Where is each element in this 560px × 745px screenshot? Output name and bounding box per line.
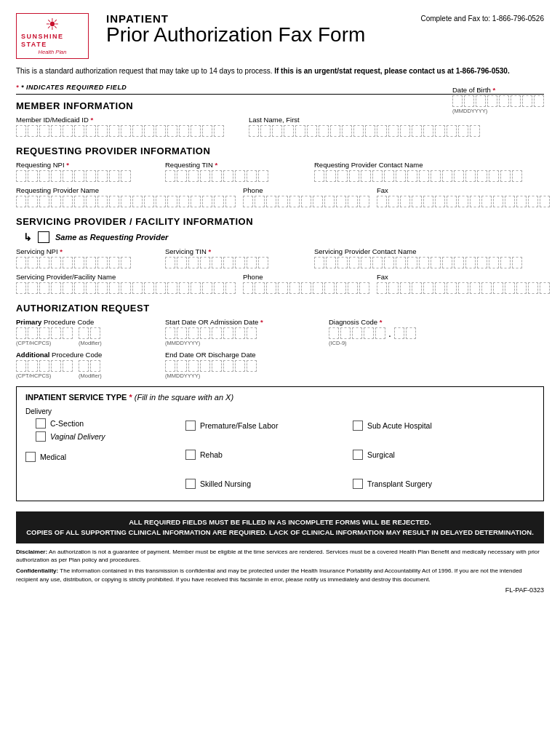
sub-acute-item: Sub Acute Hospital xyxy=(353,421,535,431)
primary-procedure-field: Primary Procedure Code (CPT/HCPCS) xyxy=(16,318,158,346)
req-phone-input[interactable] xyxy=(243,196,369,207)
csection-label: C-Section xyxy=(50,419,84,428)
end-date-field: End Date OR Discharge Date (MMDDYYYY) xyxy=(165,351,321,379)
req-npi-input[interactable] xyxy=(16,170,158,182)
diagnosis-decimal-input[interactable] xyxy=(394,327,416,339)
serv-phone-input[interactable] xyxy=(243,282,369,294)
transplant-checkbox[interactable] xyxy=(353,479,363,489)
additional-modifier-sublabel: (Modifier) xyxy=(79,372,102,379)
additional-modifier-input[interactable] xyxy=(79,360,102,372)
serv-npi-field: Servicing NPI * xyxy=(16,247,158,268)
csection-checkbox[interactable] xyxy=(36,418,46,429)
serv-phone-label: Phone xyxy=(243,273,369,281)
req-phone-label: Phone xyxy=(243,186,369,194)
start-date-input[interactable] xyxy=(165,327,321,339)
member-id-field: Member ID/Medicaid ID * xyxy=(16,116,241,137)
serv-tin-label: Servicing TIN * xyxy=(165,247,307,255)
form-title: Prior Authorization Fax Form xyxy=(106,24,413,47)
end-date-label: End Date OR Discharge Date xyxy=(165,351,321,359)
footer-line2: COPIES OF ALL SUPPORTING CLINICAL INFORM… xyxy=(25,527,535,538)
dob-cell-2[interactable] xyxy=(464,95,474,107)
fax-info-area: Complete and Fax to: 1-866-796-0526 xyxy=(420,13,544,23)
skilled-nursing-checkbox[interactable] xyxy=(185,479,196,489)
dob-cell-5[interactable] xyxy=(499,95,509,107)
serv-fax-field: Fax xyxy=(377,273,550,294)
same-as-checkbox[interactable] xyxy=(38,231,49,243)
logo-subtext: Health Plan xyxy=(39,49,67,55)
serv-npi-label: Servicing NPI * xyxy=(16,247,158,255)
surgical-checkbox[interactable] xyxy=(353,450,363,460)
serv-name-field: Servicing Provider/Facility Name xyxy=(16,273,236,294)
logo-brand: SUNSHINE STATE xyxy=(21,33,84,49)
start-date-sublabel: (MMDDYYYY) xyxy=(165,340,321,346)
member-id-input[interactable] xyxy=(16,125,241,137)
premature-checkbox[interactable] xyxy=(185,421,196,431)
dob-cell-8[interactable] xyxy=(534,95,544,107)
primary-procedure-label: Primary Procedure Code xyxy=(16,318,158,326)
info-bold: If this is an urgent/stat request, pleas… xyxy=(274,67,509,75)
req-tin-input[interactable] xyxy=(165,170,307,182)
servicing-row-2: Servicing Provider/Facility Name Phone xyxy=(16,273,544,294)
end-date-input[interactable] xyxy=(165,360,321,372)
fax-info: Complete and Fax to: 1-866-796-0526 xyxy=(420,15,544,23)
diagnosis-input[interactable] xyxy=(329,327,385,339)
logo-sun-icon: ☀ xyxy=(45,17,60,33)
dob-cell-1[interactable] xyxy=(452,95,463,107)
req-contact-label: Requesting Provider Contact Name xyxy=(314,161,544,169)
req-contact-input[interactable] xyxy=(314,170,544,182)
csection-item: C-Section xyxy=(36,418,185,429)
form-id: FL-PAF-0323 xyxy=(16,586,544,594)
req-tin-field: Requesting TIN * xyxy=(165,161,307,182)
surgical-item: Surgical xyxy=(353,450,535,460)
additional-cpt-input[interactable] xyxy=(16,360,73,372)
dob-cell-3[interactable] xyxy=(476,95,486,107)
serv-tin-input[interactable] xyxy=(165,257,307,268)
req-npi-field: Requesting NPI * xyxy=(16,161,158,182)
servicing-row-1: Servicing NPI * Servicing TIN * xyxy=(16,247,544,268)
dob-cell-4[interactable] xyxy=(487,95,497,107)
end-date-sublabel: (MMDDYYYY) xyxy=(165,372,321,379)
additional-procedure-label: Additional Procedure Code xyxy=(16,351,158,359)
req-name-label: Requesting Provider Name xyxy=(16,186,236,194)
dob-sublabel: (MMDDYYYY) xyxy=(452,108,544,114)
serv-contact-input[interactable] xyxy=(314,257,544,268)
premature-label: Premature/False Labor xyxy=(200,421,278,430)
required-star: * xyxy=(16,84,19,91)
transplant-label: Transplant Surgery xyxy=(367,479,432,488)
diagnosis-dot: . xyxy=(388,327,391,339)
serv-npi-input[interactable] xyxy=(16,257,158,268)
required-label: * * INDICATES REQUIRED FIELD xyxy=(16,84,127,91)
rehab-item: Rehab xyxy=(185,450,353,460)
dob-cell-6[interactable] xyxy=(511,95,521,107)
vaginal-checkbox[interactable] xyxy=(36,431,46,442)
confidentiality-text: The information contained in this transm… xyxy=(16,567,522,582)
member-row-1: Member ID/Medicaid ID * Last Name, First xyxy=(16,116,544,137)
dob-label: Date of Birth * xyxy=(452,86,544,94)
req-name-input[interactable] xyxy=(16,196,236,207)
sub-acute-label: Sub Acute Hospital xyxy=(367,421,432,430)
dob-cell-7[interactable] xyxy=(522,95,532,107)
skilled-nursing-item: Skilled Nursing xyxy=(185,479,353,489)
rehab-checkbox[interactable] xyxy=(185,450,196,460)
footer-line1: ALL REQUIRED FIELDS MUST BE FILLED IN AS… xyxy=(25,517,535,527)
last-name-input[interactable] xyxy=(249,125,544,137)
footer-confidentiality: Confidentiality: The information contain… xyxy=(16,567,544,583)
primary-modifier-input[interactable] xyxy=(79,327,102,339)
footer-disclaimer: Disclaimer: An authorization is not a gu… xyxy=(16,548,544,564)
vaginal-label: Vaginal Delivery xyxy=(50,432,105,441)
sub-acute-checkbox[interactable] xyxy=(353,421,363,431)
serv-name-input[interactable] xyxy=(16,282,236,294)
additional-procedure-field: Additional Procedure Code (CPT/HCPCS) xyxy=(16,351,158,379)
req-fax-input[interactable] xyxy=(377,196,550,207)
same-as-arrow-icon: ↳ xyxy=(23,231,32,243)
primary-cpt-input[interactable] xyxy=(16,327,73,339)
logo: ☀ SUNSHINE STATE Health Plan xyxy=(16,13,89,59)
req-tin-label: Requesting TIN * xyxy=(165,161,307,169)
req-fax-field: Fax xyxy=(377,186,550,207)
requesting-row-1: Requesting NPI * Requesting TIN * xyxy=(16,161,544,182)
medical-checkbox[interactable] xyxy=(25,452,36,462)
serv-contact-label: Servicing Provider Contact Name xyxy=(314,247,544,255)
serv-fax-input[interactable] xyxy=(377,282,550,294)
dob-input[interactable] xyxy=(452,95,544,107)
info-line: This is a standard authorization request… xyxy=(16,66,544,76)
